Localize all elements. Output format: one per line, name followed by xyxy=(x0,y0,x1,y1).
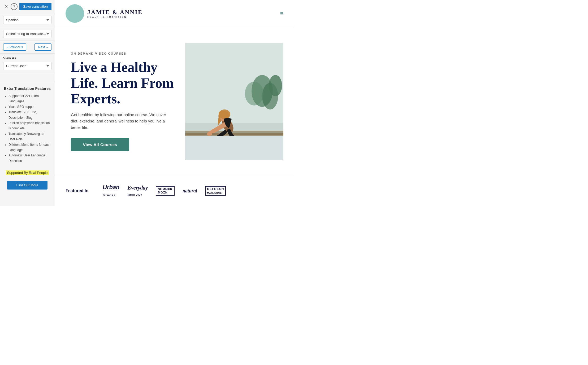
left-translation-panel: ✕ ? Save translation Spanish Select stri… xyxy=(0,0,55,206)
view-courses-button[interactable]: View All Courses xyxy=(71,138,129,151)
featured-label: Featured In xyxy=(66,188,92,193)
hero-eyebrow: ON-DEMAND VIDEO COURSES xyxy=(71,52,175,55)
brand-refresh: REFRESHMAGAZINE xyxy=(205,186,226,196)
brand-summer: SUMMERMGZN xyxy=(156,186,175,196)
svg-rect-7 xyxy=(185,131,283,135)
extra-features-title: Extra Translation Features xyxy=(4,86,51,91)
hero-image xyxy=(185,43,283,160)
features-list: Support for 221 Extra LanguagesYoast SEO… xyxy=(4,93,51,164)
language-dropdown[interactable]: Spanish xyxy=(3,16,51,24)
brand-urban: Urbanfitness xyxy=(103,184,120,198)
logo-circle xyxy=(66,4,84,23)
hero-text-area: ON-DEMAND VIDEO COURSES Live a Healthy L… xyxy=(71,43,185,160)
logo-area: JAMIE & ANNIE HEALTH & NUTRITION xyxy=(66,4,143,23)
view-as-section: View As Current User xyxy=(0,54,55,73)
svg-point-11 xyxy=(219,109,230,119)
svg-point-5 xyxy=(269,75,282,96)
hamburger-icon[interactable]: ≡ xyxy=(280,10,283,17)
hero-description: Get healthier by following our online co… xyxy=(71,112,172,131)
logo-text-area: JAMIE & ANNIE HEALTH & NUTRITION xyxy=(87,9,143,18)
feature-item: Publish only when translation is complet… xyxy=(8,120,51,131)
feature-item: Different Menu Items for each Language xyxy=(8,142,51,153)
brand-everyday: Everydayfitness 2020 xyxy=(128,185,148,197)
view-as-dropdown[interactable]: Current User xyxy=(3,62,51,70)
save-translation-button[interactable]: Save translation xyxy=(19,3,51,10)
hero-image-area xyxy=(185,43,283,160)
previous-button[interactable]: « Previous xyxy=(3,43,26,51)
brand-natural: natural xyxy=(183,188,197,194)
feature-item: Translate by Browsing as User Role xyxy=(8,131,51,142)
view-as-label: View As xyxy=(3,56,51,60)
help-button[interactable]: ? xyxy=(11,3,18,10)
next-button[interactable]: Next » xyxy=(34,43,51,51)
divider xyxy=(0,73,55,82)
hero-heading: Live a Healthy Life. Learn From Experts. xyxy=(71,59,175,107)
site-header: JAMIE & ANNIE HEALTH & NUTRITION ≡ xyxy=(55,0,294,27)
string-dropdown[interactable]: Select string to translate... xyxy=(3,30,51,38)
find-out-button[interactable]: Find Out More xyxy=(7,181,47,190)
feature-item: Yoast SEO support xyxy=(8,104,51,109)
gray-bg-rect xyxy=(185,136,283,160)
supported-wrapper: Supported By Real People xyxy=(4,167,51,179)
extra-features-section: Extra Translation Features Support for 2… xyxy=(0,82,55,194)
language-select-section: Spanish xyxy=(0,13,55,27)
feature-item: Support for 221 Extra Languages xyxy=(8,93,51,104)
string-select-section: Select string to translate... xyxy=(0,27,55,41)
supported-text: Supported By Real People xyxy=(6,170,49,175)
nav-buttons-section: « Previous Next » xyxy=(0,41,55,54)
logo-main-text: JAMIE & ANNIE xyxy=(87,9,143,16)
feature-item: Automatic User Language Detection xyxy=(8,153,51,164)
featured-section: Featured In Urbanfitness Everydayfitness… xyxy=(55,176,294,206)
svg-point-4 xyxy=(245,82,263,105)
feature-item: Translate SEO Title, Description, Slug xyxy=(8,109,51,120)
brand-logos: Urbanfitness Everydayfitness 2020 SUMMER… xyxy=(103,184,283,198)
top-bar: ✕ ? Save translation xyxy=(0,0,55,13)
hero-section: ON-DEMAND VIDEO COURSES Live a Healthy L… xyxy=(55,27,294,176)
logo-sub-text: HEALTH & NUTRITION xyxy=(87,16,143,18)
close-button[interactable]: ✕ xyxy=(3,4,9,10)
main-content: JAMIE & ANNIE HEALTH & NUTRITION ≡ ON-DE… xyxy=(55,0,294,206)
